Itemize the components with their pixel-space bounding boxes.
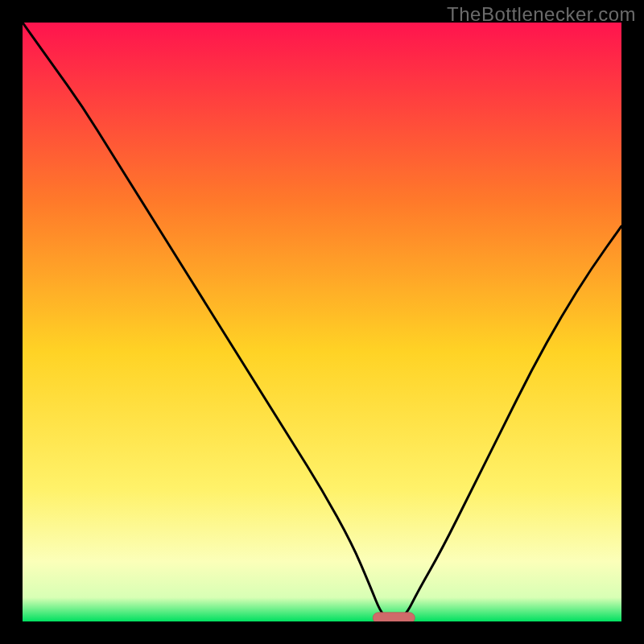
gradient-panel [23,23,621,621]
bottleneck-chart-svg [23,23,621,621]
plot-area [23,23,621,621]
chart-frame: TheBottlenecker.com [0,0,644,644]
watermark-text: TheBottlenecker.com [447,3,636,26]
optimal-marker [373,613,415,621]
